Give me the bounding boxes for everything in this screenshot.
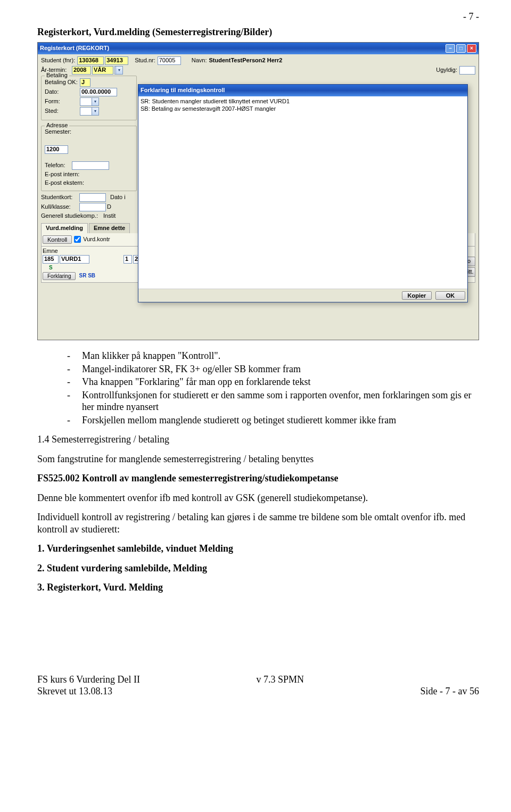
form-dropdown[interactable]: ▾: [80, 97, 99, 106]
semester-label: Semester:: [45, 128, 72, 136]
footer-right: Side - 7 - av 56: [421, 685, 479, 698]
ar-row: År-termin: 2008 VÅR ▾ Ugyldig:: [41, 66, 475, 75]
instit-label: Instit: [103, 212, 117, 220]
studentkort-input[interactable]: [79, 193, 106, 202]
form-area: Student (fnr): 130368 34913 Stud.nr: 700…: [38, 54, 479, 340]
popup-title: Forklaring til meldingskontroll: [141, 87, 465, 94]
ok-button[interactable]: OK: [435, 291, 465, 300]
minimize-button[interactable]: –: [446, 44, 455, 53]
dato-input[interactable]: 00.00.0000: [80, 88, 117, 96]
tab-emne-dette[interactable]: Emne dette: [89, 223, 130, 233]
adresse-group: Adresse Semester: 1200 Telefon: E-post i…: [41, 126, 137, 191]
bullet-list: Man klikker på knappen "Kontroll". Mange…: [80, 350, 479, 426]
gsk-label: Generell studiekomp.:: [41, 212, 99, 220]
semester-input[interactable]: 1200: [45, 145, 68, 154]
sted-dropdown[interactable]: ▾: [80, 107, 99, 116]
kull-val-label: D: [107, 203, 112, 211]
navn-label: Navn:: [192, 57, 208, 64]
kull-input[interactable]: [79, 203, 106, 211]
bullet-5: Forskjellen mellom manglende studierett …: [80, 414, 479, 426]
emne-n1[interactable]: 1: [123, 255, 132, 264]
studnr-label: Stud.nr:: [135, 57, 156, 64]
bullet-4: Kontrollfunksjonen for studierett er den…: [80, 389, 479, 413]
kull-label: Kull/klasse:: [41, 203, 78, 211]
datoi-label: Dato i: [110, 194, 127, 201]
para-3: Individuell kontroll av registrering / b…: [37, 511, 479, 535]
navn-value: StudentTestPerson2 Herr2: [209, 57, 282, 64]
vurdkontr-checkbox[interactable]: [74, 236, 81, 243]
maximize-button[interactable]: □: [456, 44, 466, 53]
telefon-input[interactable]: [72, 161, 109, 170]
sted-label: Sted:: [45, 108, 79, 115]
ugyldig-input[interactable]: [459, 66, 475, 75]
bullet-1: Man klikker på knappen "Kontroll".: [80, 350, 479, 362]
chevron-down-icon: ▾: [92, 108, 98, 115]
epost-intern-label: E-post intern:: [45, 171, 80, 178]
betaling-ok-label: Betaling OK:: [45, 79, 79, 86]
footer-mid: v 7.3 SPMN: [257, 674, 304, 686]
popup-line2: SB: Betaling av semesteravgift 2007-HØST…: [141, 105, 465, 112]
numbered-3: 3. Registerkort, Vurd. Melding: [37, 581, 479, 594]
page-footer: FS kurs 6 Vurdering Del II Skrevet ut 13…: [37, 674, 479, 698]
dato-label: Dato:: [45, 88, 79, 96]
forklaring-popup: Forklaring til meldingskontroll SR: Stud…: [138, 84, 468, 302]
forklaring-button[interactable]: Forklaring: [43, 272, 76, 280]
para-intro: Som fangstrutine for manglende semesterr…: [37, 453, 479, 465]
section-heading: 1.4 Semesterregistrering / betaling: [37, 433, 479, 446]
studnr-value: 70005: [158, 56, 181, 65]
epost-ekstern-label: E-post ekstern:: [45, 179, 85, 187]
footer-left-2: Skrevet ut 13.08.13: [37, 685, 140, 698]
form-label: Form:: [45, 98, 79, 105]
adresse-legend: Adresse: [45, 122, 69, 129]
close-button[interactable]: ×: [467, 44, 476, 53]
emne-code[interactable]: 185: [43, 255, 59, 264]
termin-dropdown[interactable]: ▾: [114, 66, 123, 75]
student-fnr-label: Student (fnr):: [41, 57, 76, 64]
ugyldig-label: Ugyldig:: [436, 67, 458, 74]
popup-body: SR: Studenten mangler studierett tilknyt…: [138, 96, 467, 289]
forklaring-codes: SR SB: [79, 273, 95, 280]
registerkort-window: Registerkort (REGKORT) – □ × Student (fn…: [37, 42, 479, 340]
betaling-group: Betaling Betaling OK: J Dato: 00.00.0000…: [41, 76, 137, 120]
tab-vurdmelding[interactable]: Vurd.melding: [41, 223, 88, 233]
student-fnr2-input[interactable]: 34913: [105, 56, 128, 65]
vurdkontr-label: Vurd.kontr: [83, 236, 111, 243]
telefon-label: Telefon:: [45, 162, 67, 169]
kopier-button[interactable]: Kopier: [402, 291, 432, 300]
ar-input[interactable]: 2008: [72, 66, 91, 75]
emne-name[interactable]: VURD1: [60, 255, 89, 264]
termin-input[interactable]: VÅR: [92, 66, 113, 75]
footer-left-1: FS kurs 6 Vurdering Del II: [37, 674, 140, 686]
student-row: Student (fnr): 130368 34913 Stud.nr: 700…: [41, 56, 475, 65]
numbered-2: 2. Student vurdering samlebilde, Melding: [37, 562, 479, 575]
popup-titlebar[interactable]: Forklaring til meldingskontroll: [138, 85, 467, 96]
bullet-2: Mangel-indikatorer SR, FK 3+ og/eller SB…: [80, 363, 479, 375]
footer-left: FS kurs 6 Vurdering Del II Skrevet ut 13…: [37, 674, 140, 698]
betaling-ok-input[interactable]: J: [80, 78, 90, 87]
student-fnr1-input[interactable]: 130368: [77, 56, 104, 65]
numbered-1: 1. Vurderingsenhet samlebilde, vinduet M…: [37, 543, 479, 555]
bullet-3: Vha knappen "Forklaring" får man opp en …: [80, 376, 479, 388]
window-titlebar[interactable]: Registerkort (REGKORT) – □ ×: [38, 43, 479, 54]
page-number-top: - 7 -: [37, 11, 479, 23]
kontroll-button[interactable]: Kontroll: [43, 235, 72, 244]
emne-s-indicator: S: [49, 265, 53, 272]
para-2: Denne ble kommentert ovenfor ifb med kon…: [37, 492, 479, 504]
doc-heading: Registerkort, Vurd.melding (Semesterregi…: [37, 26, 479, 38]
betaling-legend: Betaling: [45, 72, 69, 79]
studentkort-label: Studentkort:: [41, 194, 78, 201]
chevron-down-icon: ▾: [92, 98, 98, 105]
window-title: Registerkort (REGKORT): [40, 45, 444, 52]
popup-footer: Kopier OK: [138, 289, 467, 302]
bold-report-name: FS525.002 Kontroll av manglende semester…: [37, 472, 479, 485]
popup-line1: SR: Studenten mangler studierett tilknyt…: [141, 97, 465, 105]
chevron-down-icon: ▾: [116, 67, 122, 74]
